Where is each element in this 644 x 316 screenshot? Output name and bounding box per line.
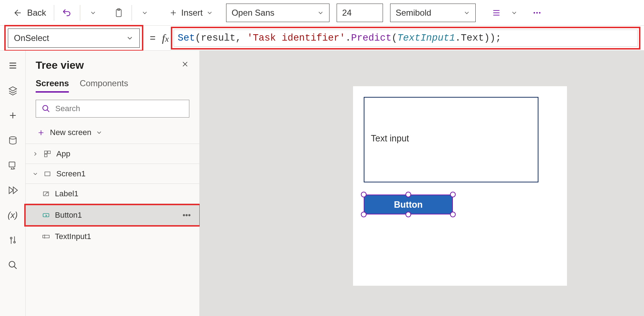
new-screen-button[interactable]: ＋ New screen — [26, 121, 199, 144]
resize-handle[interactable] — [361, 212, 367, 217]
equals-sign: = — [150, 32, 155, 44]
tab-components[interactable]: Components — [80, 78, 128, 93]
more-button[interactable] — [529, 5, 545, 21]
tools-icon — [8, 235, 18, 245]
property-value: OnSelect — [14, 33, 49, 43]
resize-handle[interactable] — [405, 192, 411, 197]
database-icon — [8, 135, 18, 145]
tree-item-app[interactable]: App — [26, 144, 199, 164]
tree-item-textinput1[interactable]: TextInput1 — [26, 227, 199, 247]
svg-point-4 — [539, 12, 541, 13]
tree-item-label: Label1 — [55, 189, 78, 198]
text-input-value: Text input — [371, 133, 409, 143]
divider — [132, 5, 132, 21]
clipboard-icon — [114, 8, 124, 18]
svg-rect-11 — [45, 151, 47, 153]
chevron-down-icon — [141, 9, 148, 16]
undo-dropdown[interactable] — [85, 5, 101, 21]
canvas-text-input[interactable]: Text input — [364, 97, 538, 182]
tree-item-highlight: Button1 ••• — [24, 204, 201, 227]
variable-icon: (x) — [8, 210, 18, 220]
rail-media[interactable] — [6, 158, 20, 172]
rail-data[interactable] — [6, 133, 20, 147]
resize-handle[interactable] — [405, 212, 411, 217]
tree-item-label1[interactable]: Label1 — [26, 184, 199, 204]
svg-rect-12 — [48, 151, 50, 153]
insert-button[interactable]: Insert — [165, 8, 217, 18]
search-icon — [8, 260, 18, 270]
tree-search-input[interactable] — [55, 104, 183, 113]
font-weight-select[interactable]: Semibold — [390, 4, 476, 22]
paste-button[interactable] — [111, 5, 127, 21]
textinput-icon — [41, 232, 51, 241]
tree-item-label: App — [56, 149, 70, 159]
resize-handle[interactable] — [361, 192, 367, 197]
app-preview: Text input Button — [353, 86, 567, 286]
more-icon — [532, 8, 542, 17]
svg-rect-14 — [45, 172, 50, 176]
font-size-value: 24 — [342, 8, 352, 18]
svg-point-9 — [9, 261, 15, 267]
canvas-area[interactable]: Text input Button — [200, 51, 644, 316]
app-icon — [43, 149, 52, 159]
svg-rect-17 — [43, 235, 49, 238]
property-select-highlight: OnSelect — [4, 25, 143, 51]
plus-icon — [169, 9, 178, 17]
chevron-down-icon — [96, 129, 103, 136]
svg-point-2 — [534, 12, 535, 13]
search-icon — [42, 104, 50, 113]
rail-search[interactable] — [6, 258, 20, 272]
undo-button[interactable] — [59, 5, 75, 21]
rail-variables[interactable]: (x) — [6, 208, 20, 222]
hamburger-icon — [8, 61, 18, 71]
align-button[interactable] — [489, 5, 504, 21]
media-icon — [8, 160, 18, 170]
align-dropdown[interactable] — [506, 5, 522, 21]
tree-item-button1[interactable]: Button1 ••• — [26, 205, 199, 225]
tree-item-more[interactable]: ••• — [183, 211, 191, 220]
canvas-button-selection[interactable]: Button — [364, 195, 453, 214]
resize-handle[interactable] — [450, 192, 456, 197]
svg-point-5 — [9, 137, 16, 139]
tree-search[interactable] — [36, 100, 189, 118]
svg-point-7 — [10, 237, 12, 239]
fx-label: fx — [162, 32, 169, 44]
tab-screens[interactable]: Screens — [36, 78, 69, 93]
property-select[interactable]: OnSelect — [8, 29, 140, 48]
insert-label: Insert — [181, 8, 203, 18]
tree-item-label: Screen1 — [56, 169, 86, 178]
chevron-down-icon — [317, 9, 324, 16]
align-icon — [492, 8, 501, 17]
arrow-left-icon — [13, 8, 23, 18]
button-icon — [41, 211, 51, 220]
paste-dropdown[interactable] — [137, 5, 153, 21]
tree-view-title: Tree view — [36, 59, 84, 71]
formula-input[interactable]: Set(result, 'Task identifier'.Predict(Te… — [174, 30, 638, 47]
rail-power-automate[interactable] — [6, 183, 20, 197]
svg-rect-13 — [45, 154, 47, 156]
close-panel-button[interactable] — [181, 59, 189, 71]
svg-rect-6 — [9, 162, 15, 167]
tree-item-screen1[interactable]: Screen1 — [26, 164, 199, 184]
plus-icon — [8, 110, 18, 120]
label-icon — [41, 189, 51, 198]
font-size-select[interactable]: 24 — [337, 4, 383, 22]
rail-insert[interactable] — [6, 108, 20, 123]
back-button[interactable]: Back — [10, 6, 49, 20]
chevron-down-icon — [463, 9, 470, 16]
tree-item-label: Button1 — [55, 211, 82, 220]
canvas-button-label: Button — [394, 200, 423, 210]
chevron-down-icon — [126, 34, 134, 42]
back-label: Back — [27, 8, 46, 18]
undo-icon — [62, 8, 72, 18]
font-family-select[interactable]: Open Sans — [226, 4, 329, 22]
rail-tools[interactable] — [6, 233, 20, 247]
rail-hamburger[interactable] — [6, 58, 20, 73]
chevron-down-icon — [511, 9, 518, 16]
tree-item-label: TextInput1 — [55, 232, 91, 241]
font-family-value: Open Sans — [231, 8, 274, 18]
rail-tree-view[interactable] — [6, 83, 20, 98]
svg-point-10 — [43, 105, 48, 110]
resize-handle[interactable] — [450, 212, 456, 217]
svg-point-3 — [536, 12, 538, 13]
